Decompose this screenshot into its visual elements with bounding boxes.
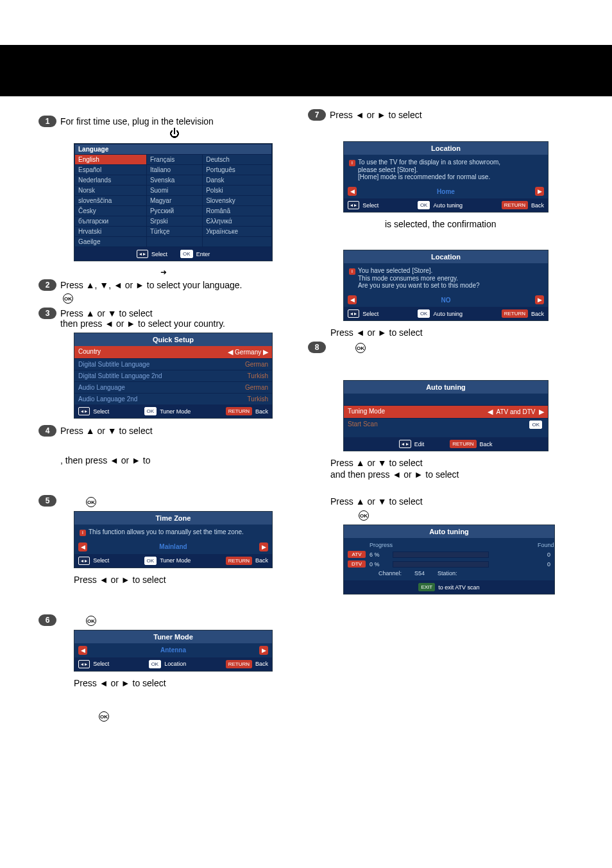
at1-back: Back xyxy=(480,441,493,447)
nav-key-icon: ◂ ▸ xyxy=(78,660,90,668)
location2-title: Location xyxy=(344,250,548,263)
tz-select: Select xyxy=(93,557,109,564)
after-at1b: and then press ◄ or ► to select xyxy=(330,469,558,480)
language-option[interactable]: Dansk xyxy=(203,175,272,186)
language-option[interactable]: Italiano xyxy=(146,165,202,175)
arrow-right-icon[interactable]: ▶ xyxy=(259,646,268,655)
step-badge-8: 8 xyxy=(308,342,326,353)
language-option[interactable]: Français xyxy=(146,155,202,165)
station-label: Station: xyxy=(438,570,457,577)
language-option[interactable]: Srpski xyxy=(146,216,202,227)
quick-setup-row[interactable]: Digital Subtitle Language 2ndTurkish xyxy=(74,370,272,381)
step-2: 2 Press ▲, ▼, ◄ or ► to select your lang… xyxy=(38,279,289,304)
after-at1c: Press ▲ or ▼ to select xyxy=(330,496,558,507)
ok-icon: OK xyxy=(86,497,96,507)
start-scan-row[interactable]: Start Scan OK xyxy=(344,418,548,431)
language-option[interactable]: Svenska xyxy=(146,175,202,186)
arrow-left-icon[interactable]: ◀ xyxy=(488,408,493,415)
quick-setup-row[interactable]: Country◀ Germany ▶ xyxy=(74,346,272,358)
arrow-right-icon[interactable]: ▶ xyxy=(539,408,544,415)
step-3: 3 Press ▲ or ▼ to select then press ◄ or… xyxy=(38,308,289,329)
location1-title: Location xyxy=(344,142,548,155)
tm-center: Location xyxy=(164,661,186,667)
lang-footer-select: Select xyxy=(151,251,167,257)
language-option[interactable]: slovenščina xyxy=(75,196,147,206)
ok-icon: OK xyxy=(86,616,96,626)
row-label: Digital Subtitle Language 2nd xyxy=(78,372,162,379)
language-option[interactable]: Русский xyxy=(146,206,202,216)
language-option[interactable]: Türkçe xyxy=(146,227,202,237)
step-5: 5 OK xyxy=(38,495,289,507)
step-badge-7: 7 xyxy=(308,109,326,121)
arrow-left-icon[interactable]: ◀ xyxy=(348,295,357,304)
time-zone-note: iThis function allows you to manually se… xyxy=(74,525,272,540)
language-option xyxy=(146,237,202,247)
arrow-left-icon[interactable]: ◀ xyxy=(78,542,87,551)
time-zone-picker[interactable]: ◀ Mainland ▶ xyxy=(74,540,272,554)
step4-l1: Press ▲ or ▼ to select xyxy=(60,426,153,436)
after-tuner-text: Press ◄ or ► to select xyxy=(74,678,289,688)
step2-text: Press ▲, ▼, ◄ or ► to select your langua… xyxy=(60,280,242,290)
arrow-left-icon[interactable]: ◀ xyxy=(78,646,87,655)
language-option[interactable]: Deutsch xyxy=(203,155,272,165)
language-option[interactable]: български xyxy=(75,216,147,227)
loc1-n3: [Home] mode is recommended for normal us… xyxy=(358,173,490,180)
location1-picker[interactable]: ◀ Home ▶ xyxy=(344,184,548,198)
loc1-n2: please select [Store]. xyxy=(358,166,418,173)
language-option[interactable]: Česky xyxy=(75,206,147,216)
step7-text: Press ◄ or ► to select xyxy=(330,110,422,120)
progress-label: DTV xyxy=(348,560,366,568)
loc2-n3: Are you sure you want to set to this mod… xyxy=(358,282,480,289)
language-option[interactable]: Português xyxy=(203,165,272,175)
loc2-value: NO xyxy=(357,297,535,304)
progress-row: ATV6 %0 xyxy=(344,550,554,559)
tuning-mode-row[interactable]: Tuning Mode ◀ ATV and DTV ▶ xyxy=(344,405,548,418)
language-option[interactable]: Hrvatski xyxy=(75,227,147,237)
qs-select: Select xyxy=(93,408,109,415)
language-option[interactable]: Slovensky xyxy=(203,196,272,206)
language-option[interactable]: Nederlands xyxy=(75,175,147,186)
ok-icon: OK xyxy=(99,711,109,722)
arrow-right-icon[interactable]: ▶ xyxy=(535,295,544,304)
quick-setup-row[interactable]: Audio LanguageGerman xyxy=(74,381,272,393)
autotune1-footer: ◂ ▸Edit RETURNBack xyxy=(344,437,548,451)
language-option[interactable]: Gaeilge xyxy=(75,237,147,247)
arrow-right-icon[interactable]: ▶ xyxy=(535,187,544,196)
row-value: German xyxy=(245,361,268,368)
step-badge-6: 6 xyxy=(38,614,56,626)
channel-value: S54 xyxy=(414,570,425,577)
language-option[interactable]: English xyxy=(75,155,147,165)
language-option[interactable]: Español xyxy=(75,165,147,175)
auto-tuning-panel-2: Auto tuning Progress Found ATV6 %0DTV0 %… xyxy=(343,525,555,595)
loc2-back: Back xyxy=(531,311,544,317)
language-title: Language xyxy=(75,144,272,155)
language-option[interactable]: Українське xyxy=(203,227,272,237)
location2-picker[interactable]: ◀ NO ▶ xyxy=(344,293,548,307)
row-value: ◀ Germany ▶ xyxy=(228,348,268,356)
language-option[interactable]: Română xyxy=(203,206,272,216)
quick-setup-row[interactable]: Audio Language 2ndTurkish xyxy=(74,393,272,404)
language-option[interactable]: Єλληνικά xyxy=(203,216,272,227)
loc2-n1: You have selected [Store]. xyxy=(358,267,432,274)
language-option[interactable]: Suomi xyxy=(146,186,202,196)
language-option[interactable]: Magyar xyxy=(146,196,202,206)
tz-value: Mainland xyxy=(87,543,259,550)
arrow-right-icon[interactable]: ▶ xyxy=(259,542,268,551)
after-timezone-text: Press ◄ or ► to select xyxy=(74,575,289,585)
language-option[interactable]: Polski xyxy=(203,186,272,196)
tz-note-txt: This function allows you to manually set… xyxy=(89,528,244,535)
quick-setup-row[interactable]: Digital Subtitle LanguageGerman xyxy=(74,358,272,370)
language-option[interactable]: Norsk xyxy=(75,186,147,196)
quick-setup-panel: Quick Setup Country◀ Germany ▶Digital Su… xyxy=(74,333,273,419)
tuner-mode-picker[interactable]: ◀ Antenna ▶ xyxy=(74,643,272,657)
nav-key-icon: ◂ ▸ xyxy=(348,201,359,209)
ok-key-icon[interactable]: OK xyxy=(529,421,542,429)
autotune1-title: Auto tuning xyxy=(344,381,548,394)
nav-key-icon: ◂ ▸ xyxy=(399,440,411,448)
progress-bar xyxy=(393,561,489,568)
arrow-left-icon[interactable]: ◀ xyxy=(348,187,357,196)
ok-icon: OK xyxy=(63,293,73,304)
time-zone-panel: Time Zone iThis function allows you to m… xyxy=(74,511,273,568)
loc2-n2: This mode consumes more energy. xyxy=(358,275,458,282)
language-option xyxy=(203,237,272,247)
